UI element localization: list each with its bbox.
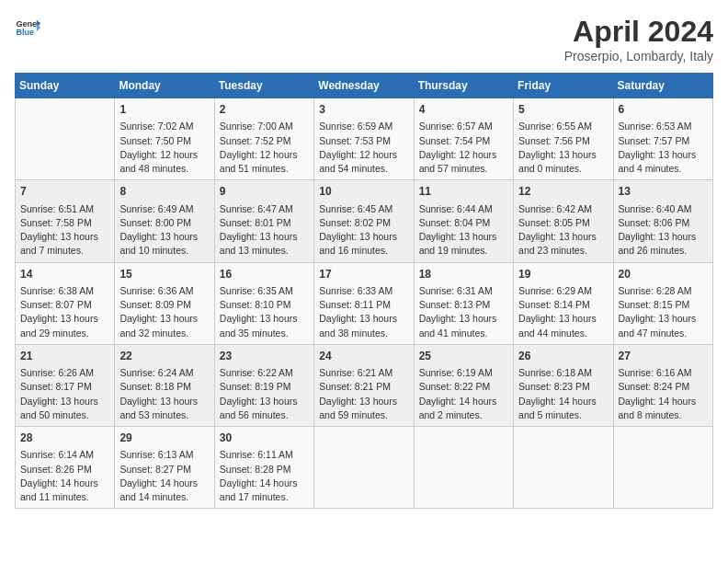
day-number: 30 [220,431,309,446]
weekday-header-saturday: Saturday [613,74,712,98]
calendar-table: SundayMondayTuesdayWednesdayThursdayFrid… [15,73,713,509]
calendar-week-row: 1Sunrise: 7:02 AM Sunset: 7:50 PM Daylig… [16,98,713,180]
day-number: 20 [619,267,708,282]
day-info: Sunrise: 6:51 AM Sunset: 7:58 PM Dayligh… [20,202,109,259]
calendar-day-cell: 29Sunrise: 6:13 AM Sunset: 8:27 PM Dayli… [115,427,214,509]
calendar-day-cell: 22Sunrise: 6:24 AM Sunset: 8:18 PM Dayli… [115,344,214,426]
day-info: Sunrise: 6:36 AM Sunset: 8:09 PM Dayligh… [119,284,209,340]
calendar-day-cell: 17Sunrise: 6:33 AM Sunset: 8:11 PM Dayli… [314,262,414,344]
calendar-day-cell: 12Sunrise: 6:42 AM Sunset: 8:05 PM Dayli… [514,180,613,262]
day-number: 8 [119,184,209,200]
day-number: 1 [119,102,209,118]
day-number: 29 [119,431,209,446]
calendar-day-cell: 5Sunrise: 6:55 AM Sunset: 7:56 PM Daylig… [514,98,613,180]
day-number: 16 [220,267,309,282]
day-number: 3 [319,102,408,118]
calendar-day-cell: 13Sunrise: 6:40 AM Sunset: 8:06 PM Dayli… [613,180,712,262]
svg-text:Blue: Blue [16,28,34,37]
calendar-day-cell: 20Sunrise: 6:28 AM Sunset: 8:15 PM Dayli… [613,262,712,344]
calendar-day-cell: 7Sunrise: 6:51 AM Sunset: 7:58 PM Daylig… [16,180,115,262]
calendar-week-row: 21Sunrise: 6:26 AM Sunset: 8:17 PM Dayli… [16,344,713,426]
day-info: Sunrise: 6:47 AM Sunset: 8:01 PM Dayligh… [220,202,309,259]
calendar-day-cell: 3Sunrise: 6:59 AM Sunset: 7:53 PM Daylig… [314,98,414,180]
day-number: 26 [518,349,608,364]
day-number: 9 [220,184,309,200]
day-info: Sunrise: 6:38 AM Sunset: 8:07 PM Dayligh… [20,284,109,340]
calendar-day-cell: 19Sunrise: 6:29 AM Sunset: 8:14 PM Dayli… [514,262,613,344]
calendar-day-cell [613,427,712,509]
day-info: Sunrise: 7:02 AM Sunset: 7:50 PM Dayligh… [119,120,209,176]
calendar-day-cell: 23Sunrise: 6:22 AM Sunset: 8:19 PM Dayli… [214,344,313,426]
day-info: Sunrise: 6:53 AM Sunset: 7:57 PM Dayligh… [619,120,708,176]
day-info: Sunrise: 6:11 AM Sunset: 8:28 PM Dayligh… [220,448,309,504]
calendar-day-cell [16,98,115,180]
calendar-day-cell: 11Sunrise: 6:44 AM Sunset: 8:04 PM Dayli… [414,180,513,262]
day-number: 11 [419,184,508,200]
day-number: 12 [518,184,608,200]
calendar-day-cell: 10Sunrise: 6:45 AM Sunset: 8:02 PM Dayli… [314,180,414,262]
day-info: Sunrise: 6:13 AM Sunset: 8:27 PM Dayligh… [119,448,209,504]
calendar-day-cell: 27Sunrise: 6:16 AM Sunset: 8:24 PM Dayli… [613,344,712,426]
day-info: Sunrise: 6:42 AM Sunset: 8:05 PM Dayligh… [518,202,608,259]
calendar-day-cell [514,427,613,509]
calendar-day-cell: 30Sunrise: 6:11 AM Sunset: 8:28 PM Dayli… [214,427,313,509]
day-info: Sunrise: 6:19 AM Sunset: 8:22 PM Dayligh… [419,366,508,422]
day-number: 7 [20,184,109,200]
day-number: 28 [20,431,109,446]
calendar-day-cell: 4Sunrise: 6:57 AM Sunset: 7:54 PM Daylig… [414,98,513,180]
day-info: Sunrise: 6:55 AM Sunset: 7:56 PM Dayligh… [518,120,608,176]
weekday-header-friday: Friday [514,74,613,98]
day-number: 19 [518,267,608,282]
day-number: 24 [319,349,408,364]
day-info: Sunrise: 6:45 AM Sunset: 8:02 PM Dayligh… [319,202,408,259]
calendar-day-cell: 1Sunrise: 7:02 AM Sunset: 7:50 PM Daylig… [115,98,214,180]
day-info: Sunrise: 6:44 AM Sunset: 8:04 PM Dayligh… [419,202,508,259]
month-title: April 2024 [564,15,713,49]
weekday-header-tuesday: Tuesday [214,74,313,98]
day-number: 18 [419,267,508,282]
day-number: 10 [319,184,408,200]
calendar-week-row: 28Sunrise: 6:14 AM Sunset: 8:26 PM Dayli… [16,427,713,509]
day-info: Sunrise: 6:21 AM Sunset: 8:21 PM Dayligh… [319,366,408,422]
day-info: Sunrise: 7:00 AM Sunset: 7:52 PM Dayligh… [220,120,309,176]
day-info: Sunrise: 6:31 AM Sunset: 8:13 PM Dayligh… [419,284,508,340]
calendar-day-cell: 18Sunrise: 6:31 AM Sunset: 8:13 PM Dayli… [414,262,513,344]
day-number: 13 [619,184,708,200]
calendar-week-row: 14Sunrise: 6:38 AM Sunset: 8:07 PM Dayli… [16,262,713,344]
calendar-day-cell: 16Sunrise: 6:35 AM Sunset: 8:10 PM Dayli… [214,262,313,344]
calendar-day-cell: 25Sunrise: 6:19 AM Sunset: 8:22 PM Dayli… [414,344,513,426]
day-number: 5 [518,102,608,118]
day-info: Sunrise: 6:40 AM Sunset: 8:06 PM Dayligh… [619,202,708,259]
calendar-day-cell: 15Sunrise: 6:36 AM Sunset: 8:09 PM Dayli… [115,262,214,344]
day-number: 27 [619,349,708,364]
location: Proserpio, Lombardy, Italy [564,49,713,63]
calendar-day-cell: 6Sunrise: 6:53 AM Sunset: 7:57 PM Daylig… [613,98,712,180]
calendar-week-row: 7Sunrise: 6:51 AM Sunset: 7:58 PM Daylig… [16,180,713,262]
calendar-day-cell: 26Sunrise: 6:18 AM Sunset: 8:23 PM Dayli… [514,344,613,426]
weekday-header-sunday: Sunday [16,74,115,98]
day-number: 21 [20,349,109,364]
day-number: 22 [119,349,209,364]
page-header: General Blue April 2024 Proserpio, Lomba… [15,15,713,63]
day-info: Sunrise: 6:33 AM Sunset: 8:11 PM Dayligh… [319,284,408,340]
day-info: Sunrise: 6:59 AM Sunset: 7:53 PM Dayligh… [319,120,408,176]
day-info: Sunrise: 6:16 AM Sunset: 8:24 PM Dayligh… [619,366,708,422]
weekday-header-wednesday: Wednesday [314,74,414,98]
calendar-day-cell [314,427,414,509]
day-info: Sunrise: 6:28 AM Sunset: 8:15 PM Dayligh… [619,284,708,340]
calendar-header: SundayMondayTuesdayWednesdayThursdayFrid… [16,74,713,98]
calendar-day-cell: 9Sunrise: 6:47 AM Sunset: 8:01 PM Daylig… [214,180,313,262]
weekday-header-thursday: Thursday [414,74,513,98]
calendar-day-cell: 21Sunrise: 6:26 AM Sunset: 8:17 PM Dayli… [16,344,115,426]
calendar-day-cell: 14Sunrise: 6:38 AM Sunset: 8:07 PM Dayli… [16,262,115,344]
title-area: April 2024 Proserpio, Lombardy, Italy [564,15,713,63]
logo-icon: General Blue [15,15,40,40]
weekday-header-monday: Monday [115,74,214,98]
day-info: Sunrise: 6:26 AM Sunset: 8:17 PM Dayligh… [20,366,109,422]
day-info: Sunrise: 6:18 AM Sunset: 8:23 PM Dayligh… [518,366,608,422]
day-info: Sunrise: 6:57 AM Sunset: 7:54 PM Dayligh… [419,120,508,176]
day-number: 17 [319,267,408,282]
logo: General Blue [15,15,40,40]
day-info: Sunrise: 6:24 AM Sunset: 8:18 PM Dayligh… [119,366,209,422]
day-info: Sunrise: 6:49 AM Sunset: 8:00 PM Dayligh… [119,202,209,259]
